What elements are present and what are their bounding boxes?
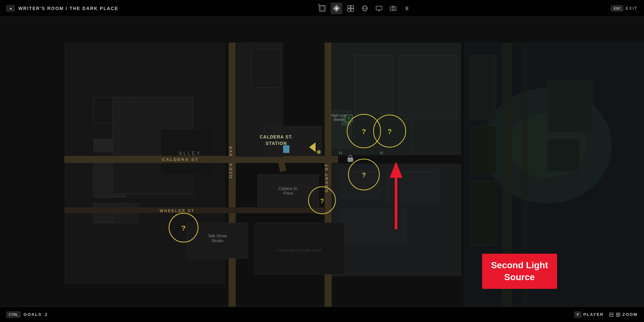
svg-rect-1 xyxy=(320,6,324,10)
p-key[interactable]: P xyxy=(574,312,581,317)
svg-rect-6 xyxy=(348,9,350,11)
svg-text:?: ? xyxy=(320,197,324,204)
svg-text:H: H xyxy=(339,150,342,156)
svg-marker-3 xyxy=(335,7,338,10)
zoom-in-icon[interactable]: ⊞ xyxy=(616,311,620,318)
svg-text:ALLEY: ALLEY xyxy=(179,151,201,156)
zoom-out-icon[interactable]: ⊟ xyxy=(609,311,614,318)
svg-text:CALDERA ST.: CALDERA ST. xyxy=(260,134,293,139)
exit-button[interactable]: EXIT xyxy=(626,6,638,11)
svg-rect-66 xyxy=(348,158,353,162)
svg-rect-57 xyxy=(470,55,496,120)
nav-q-button[interactable]: Q xyxy=(317,3,328,14)
svg-text:CONSTRUCTION SITE: CONSTRUCTION SITE xyxy=(277,249,322,252)
ctrl-key[interactable]: CTRL xyxy=(6,312,20,317)
svg-rect-32 xyxy=(64,156,338,163)
svg-text:WHEELER ST: WHEELER ST xyxy=(160,209,195,213)
svg-rect-34 xyxy=(64,207,325,213)
svg-text:Plaza: Plaza xyxy=(283,191,293,195)
svg-rect-19 xyxy=(93,139,113,152)
goals-label: GOALS xyxy=(24,312,42,317)
svg-text:High-Line: High-Line xyxy=(331,113,346,117)
svg-text:?: ? xyxy=(362,171,366,179)
nav-screen-button[interactable] xyxy=(373,3,385,14)
svg-text:Studio: Studio xyxy=(212,238,223,243)
svg-text:STATION: STATION xyxy=(266,141,287,146)
top-bar-right: ESC EXIT xyxy=(611,5,638,11)
svg-rect-43 xyxy=(354,55,393,113)
svg-rect-37 xyxy=(251,49,280,88)
top-navigation-bar: ◄ WRITER'S ROOM / THE DARK PLACE Q xyxy=(0,0,644,17)
svg-text:CALDERA ST: CALDERA ST xyxy=(162,157,198,162)
nav-grid-button[interactable] xyxy=(345,3,356,14)
top-bar-nav-icons: Q xyxy=(317,3,413,14)
svg-rect-60 xyxy=(547,81,592,133)
zoom-group: ⊟ ⊞ ZOOM xyxy=(609,311,638,318)
svg-text:?: ? xyxy=(362,128,366,136)
nav-camera-button[interactable] xyxy=(387,3,399,14)
svg-rect-39 xyxy=(283,146,289,153)
svg-rect-58 xyxy=(470,126,496,175)
esc-key[interactable]: ESC xyxy=(611,5,623,11)
svg-rect-48 xyxy=(341,171,380,197)
svg-text:Station: Station xyxy=(333,118,344,121)
svg-text:Caldera St.: Caldera St. xyxy=(279,186,298,191)
svg-text:Talk Show: Talk Show xyxy=(208,233,227,238)
svg-text:?: ? xyxy=(181,224,185,232)
svg-rect-5 xyxy=(351,5,354,8)
svg-rect-11 xyxy=(376,6,382,10)
svg-text:?: ? xyxy=(387,128,392,136)
nav-e-button[interactable]: E xyxy=(402,3,413,14)
nav-left-key[interactable]: ◄ xyxy=(6,5,14,11)
nav-map-button[interactable] xyxy=(331,3,342,14)
bottom-navigation-bar: CTRL GOALS 2 P PLAYER ⊟ ⊞ ZOOM xyxy=(0,307,644,322)
zoom-label: ZOOM xyxy=(622,312,638,317)
top-bar-left: ◄ WRITER'S ROOM / THE DARK PLACE xyxy=(6,5,118,11)
map-container: Street Map W WLV Station Network xyxy=(0,17,644,307)
svg-rect-4 xyxy=(348,5,350,8)
breadcrumb: WRITER'S ROOM / THE DARK PLACE xyxy=(18,6,118,11)
svg-rect-59 xyxy=(470,181,496,245)
goals-count: 2 xyxy=(45,312,48,317)
bottom-bar-right: P PLAYER ⊟ ⊞ ZOOM xyxy=(574,311,638,318)
svg-rect-44 xyxy=(399,55,457,120)
svg-rect-46 xyxy=(380,120,412,152)
svg-text:H: H xyxy=(380,150,383,156)
player-label: PLAYER xyxy=(583,312,604,317)
svg-rect-45 xyxy=(354,120,374,152)
svg-point-83 xyxy=(317,150,321,154)
svg-point-15 xyxy=(392,7,394,10)
svg-rect-7 xyxy=(351,9,354,11)
bottom-bar-left: CTRL GOALS 2 xyxy=(6,312,48,317)
second-light-source-annotation: Second Light Source xyxy=(482,254,557,289)
svg-text:?: ? xyxy=(347,116,350,121)
player-group: P PLAYER xyxy=(574,312,604,317)
nav-globe-button[interactable] xyxy=(359,3,371,14)
svg-rect-61 xyxy=(547,139,580,171)
